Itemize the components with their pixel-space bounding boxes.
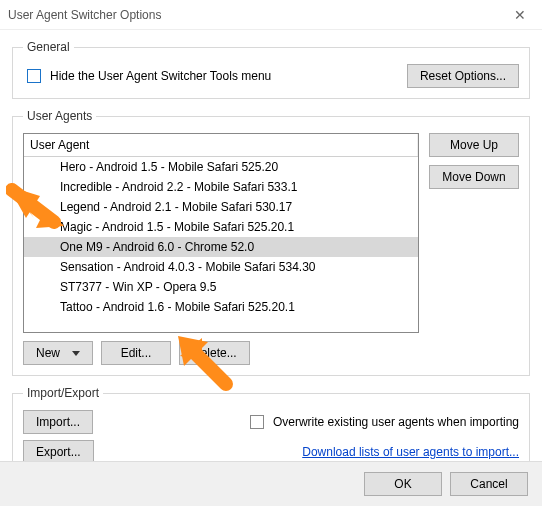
new-button-label: New — [36, 346, 60, 360]
general-group: General Hide the User Agent Switcher Too… — [12, 40, 530, 99]
list-item[interactable]: Sensation - Android 4.0.3 - Mobile Safar… — [24, 257, 418, 277]
hide-tools-checkbox[interactable] — [27, 69, 41, 83]
new-button[interactable]: New — [23, 341, 93, 365]
list-item[interactable]: One M9 - Android 6.0 - Chrome 52.0 — [24, 237, 418, 257]
window-title: User Agent Switcher Options — [8, 8, 161, 22]
dialog-footer: OK Cancel — [0, 461, 542, 506]
general-legend: General — [23, 40, 74, 54]
import-button[interactable]: Import... — [23, 410, 93, 434]
user-agent-list-scroll[interactable]: Hero - Android 1.5 - Mobile Safari 525.2… — [24, 157, 418, 332]
list-item[interactable]: Incredible - Android 2.2 - Mobile Safari… — [24, 177, 418, 197]
list-item[interactable]: Hero - Android 1.5 - Mobile Safari 525.2… — [24, 157, 418, 177]
close-icon: ✕ — [514, 7, 526, 23]
user-agent-column-header[interactable]: User Agent — [24, 134, 418, 157]
hide-tools-checkbox-row[interactable]: Hide the User Agent Switcher Tools menu — [23, 66, 271, 86]
user-agents-legend: User Agents — [23, 109, 96, 123]
list-item[interactable]: Tattoo - Android 1.6 - Mobile Safari 525… — [24, 297, 418, 317]
download-lists-link[interactable]: Download lists of user agents to import.… — [302, 445, 519, 459]
delete-button[interactable]: Delete... — [179, 341, 250, 365]
move-down-button[interactable]: Move Down — [429, 165, 519, 189]
hide-tools-label: Hide the User Agent Switcher Tools menu — [50, 69, 271, 83]
edit-button[interactable]: Edit... — [101, 341, 171, 365]
overwrite-checkbox-row[interactable]: Overwrite existing user agents when impo… — [246, 412, 519, 432]
chevron-down-icon — [72, 351, 80, 356]
list-item[interactable]: ST7377 - Win XP - Opera 9.5 — [24, 277, 418, 297]
list-item[interactable]: Magic - Android 1.5 - Mobile Safari 525.… — [24, 217, 418, 237]
user-agent-listbox[interactable]: User Agent Hero - Android 1.5 - Mobile S… — [23, 133, 419, 333]
move-up-button[interactable]: Move Up — [429, 133, 519, 157]
overwrite-checkbox[interactable] — [250, 415, 264, 429]
cancel-button[interactable]: Cancel — [450, 472, 528, 496]
close-button[interactable]: ✕ — [498, 0, 542, 30]
ok-button[interactable]: OK — [364, 472, 442, 496]
user-agents-group: User Agents User Agent Hero - Android 1.… — [12, 109, 530, 376]
import-export-legend: Import/Export — [23, 386, 103, 400]
overwrite-label: Overwrite existing user agents when impo… — [273, 415, 519, 429]
list-item[interactable]: Legend - Android 2.1 - Mobile Safari 530… — [24, 197, 418, 217]
titlebar: User Agent Switcher Options ✕ — [0, 0, 542, 30]
reset-options-button[interactable]: Reset Options... — [407, 64, 519, 88]
